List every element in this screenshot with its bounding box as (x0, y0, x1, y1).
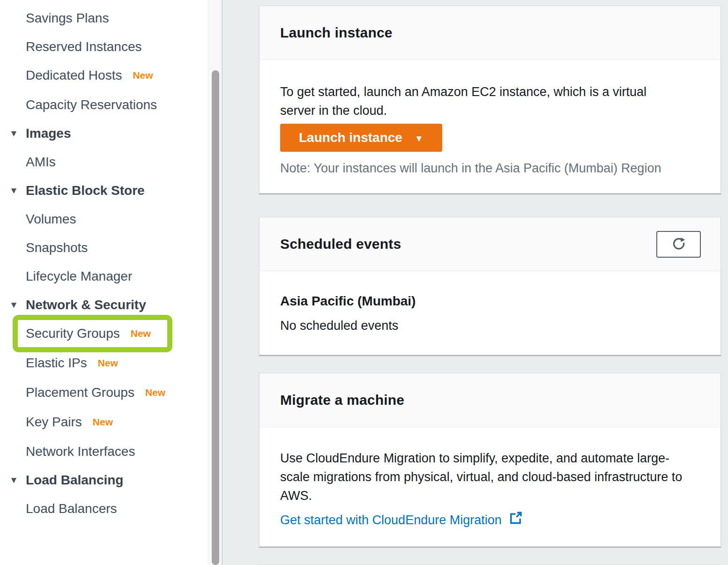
main-content: Launch instance To get started, launch a… (223, 0, 728, 565)
scheduled-events-card-title: Scheduled events (280, 236, 401, 252)
cloudendure-migration-link-label: Get started with CloudEndure Migration (280, 512, 502, 528)
launch-instance-button[interactable]: Launch instance ▼ (280, 124, 442, 152)
new-badge: New (145, 385, 165, 401)
scheduled-events-card: Scheduled events Asia Pacific (Mumbai) N… (259, 217, 721, 355)
external-link-icon (508, 511, 523, 529)
sidebar-item-network-interfaces[interactable]: Network Interfaces (0, 444, 208, 460)
sidebar-item-load-balancers[interactable]: Load Balancers (0, 501, 208, 517)
migrate-machine-card: Migrate a machine Use CloudEndure Migrat… (259, 373, 721, 547)
new-badge: New (98, 355, 118, 371)
launch-region-note: Note: Your instances will launch in the … (280, 160, 699, 176)
new-badge: New (133, 67, 153, 83)
launch-instance-card-body: To get started, launch an Amazon EC2 ins… (260, 60, 721, 193)
sidebar-navigation: Savings PlansReserved InstancesDedicated… (0, 0, 208, 565)
sidebar-section-network-security[interactable]: ▼Network & Security (0, 297, 208, 313)
sidebar-item-label: Placement Groups (26, 385, 134, 400)
sidebar-scrollbar-thumb[interactable] (212, 70, 219, 565)
sidebar-item-label: Security Groups (26, 326, 120, 341)
sidebar-item-placement-groups[interactable]: Placement GroupsNew (0, 385, 208, 401)
sidebar-section-images[interactable]: ▼Images (0, 126, 208, 141)
sidebar-item-label: Dedicated Hosts (26, 68, 122, 82)
refresh-button[interactable] (656, 231, 701, 258)
migrate-machine-card-body: Use CloudEndure Migration to simplify, e… (260, 427, 721, 546)
sidebar-item-reserved-instances[interactable]: Reserved Instances (0, 39, 208, 55)
sidebar-item-label: AMIs (26, 155, 56, 169)
scheduled-events-card-body: Asia Pacific (Mumbai) No scheduled event… (260, 271, 721, 355)
sidebar-nav-list: Savings PlansReserved InstancesDedicated… (0, 10, 208, 517)
sidebar-item-label: Network Interfaces (26, 444, 135, 459)
sidebar-item-label: Volumes (26, 212, 76, 226)
launch-instance-button-label: Launch instance (299, 130, 402, 145)
launch-instance-description: To get started, launch an Amazon EC2 ins… (280, 82, 676, 120)
sidebar-item-label: Elastic IPs (26, 356, 87, 370)
sidebar-item-lifecycle-manager[interactable]: Lifecycle Manager (0, 268, 208, 284)
new-badge: New (131, 326, 151, 342)
refresh-icon (671, 236, 687, 253)
sidebar-item-key-pairs[interactable]: Key PairsNew (0, 414, 208, 431)
sidebar-item-label: Capacity Reservations (26, 97, 157, 112)
sidebar-item-label: Load Balancers (26, 501, 117, 516)
section-caret-icon: ▼ (9, 475, 18, 486)
sidebar-item-label: Reserved Instances (26, 39, 141, 54)
sidebar-item-label: Savings Plans (26, 11, 109, 25)
sidebar-item-label: Lifecycle Manager (26, 269, 132, 283)
sidebar-item-label: Snapshots (26, 240, 88, 255)
sidebar-item-savings-plans[interactable]: Savings Plans (0, 10, 208, 26)
sidebar-item-volumes[interactable]: Volumes (0, 211, 208, 227)
sidebar-item-amis[interactable]: AMIs (0, 154, 208, 170)
sidebar-item-security-groups[interactable]: Security GroupsNew (0, 326, 208, 342)
migrate-machine-description: Use CloudEndure Migration to simplify, e… (280, 449, 697, 505)
section-caret-icon: ▼ (9, 128, 18, 139)
section-caret-icon: ▼ (9, 299, 18, 311)
sidebar-section-label: Images (26, 126, 71, 141)
new-badge: New (93, 414, 113, 430)
sidebar-section-label: Elastic Block Store (26, 183, 145, 198)
migrate-machine-card-title: Migrate a machine (280, 392, 404, 408)
launch-instance-card-title: Launch instance (280, 25, 393, 41)
sidebar-item-label: Key Pairs (26, 415, 82, 429)
sidebar-item-capacity-reservations[interactable]: Capacity Reservations (0, 97, 208, 113)
cloudendure-migration-link[interactable]: Get started with CloudEndure Migration (280, 511, 523, 529)
migrate-machine-card-header: Migrate a machine (260, 373, 721, 427)
launch-instance-card-header: Launch instance (260, 6, 721, 60)
sidebar-section-label: Load Balancing (26, 473, 123, 487)
dropdown-caret-icon: ▼ (415, 134, 423, 143)
sidebar-section-label: Network & Security (26, 297, 146, 312)
launch-instance-card: Launch instance To get started, launch a… (259, 6, 721, 193)
sidebar-section-elastic-block-store[interactable]: ▼Elastic Block Store (0, 183, 208, 199)
sidebar-item-elastic-ips[interactable]: Elastic IPsNew (0, 355, 208, 372)
sidebar-item-snapshots[interactable]: Snapshots (0, 240, 208, 256)
sidebar-section-load-balancing[interactable]: ▼Load Balancing (0, 472, 208, 488)
section-caret-icon: ▼ (9, 185, 18, 196)
scheduled-events-status: No scheduled events (280, 318, 699, 334)
scheduled-events-card-header: Scheduled events (260, 217, 721, 271)
sidebar-item-dedicated-hosts[interactable]: Dedicated HostsNew (0, 67, 208, 84)
region-name: Asia Pacific (Mumbai) (280, 293, 699, 309)
